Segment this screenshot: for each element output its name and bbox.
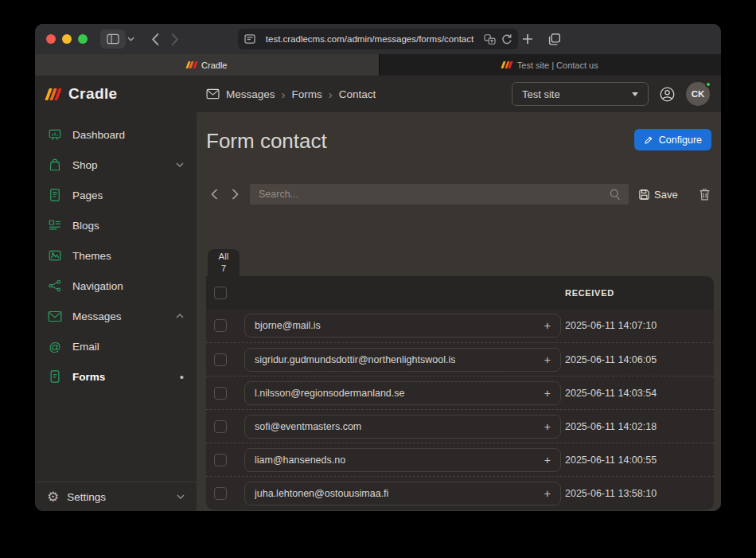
row-checkbox[interactable] [214,387,227,400]
sender-email: sigridur.gudmundsdottir@northenlightswoo… [255,354,455,365]
brand-logo[interactable]: Cradle [35,85,197,103]
table-row[interactable]: sigridur.gudmundsdottir@northenlightswoo… [206,342,714,376]
table-row[interactable]: l.nilsson@regionsodermanland.se + 2025-0… [206,376,714,409]
next-page-icon[interactable] [227,184,243,205]
expand-plus-icon[interactable]: + [544,388,551,399]
zoom-window-button[interactable] [78,34,88,44]
tab-label: Cradle [201,60,227,70]
sidebar-item-messages[interactable]: Messages [35,301,197,331]
translate-icon[interactable] [484,34,496,45]
tab-cradle[interactable]: Cradle [35,54,379,76]
dashboard-icon [48,127,62,142]
page-format-icon[interactable] [244,34,255,44]
message-pill[interactable]: sigridur.gudmundsdottir@northenlightswoo… [244,348,561,372]
configure-button[interactable]: Configure [634,129,711,150]
sidebar-item-themes[interactable]: Themes [35,240,197,271]
message-pill[interactable]: liam@hanseneds.no + [244,448,561,472]
site-selector-dropdown[interactable]: Test site [512,82,649,106]
expand-plus-icon[interactable]: + [544,320,551,331]
sender-email: juha.lehtonen@ostouusimaa.fi [255,488,388,499]
topbar-right: Test site CK [512,82,721,106]
browser-window: test.cradlecms.com/admin/messages/forms/… [35,24,721,511]
sidebar-toggle-icon[interactable] [100,29,126,49]
account-icon[interactable] [659,86,676,103]
expand-plus-icon[interactable]: + [544,354,551,365]
breadcrumb-messages[interactable]: Messages [226,88,275,100]
sidebar-item-navigation[interactable]: Navigation [35,271,197,301]
site-selector-value: Test site [522,88,560,100]
breadcrumb-forms[interactable]: Forms [292,88,322,100]
avatar[interactable]: CK [686,82,710,106]
save-button[interactable]: Save [638,189,678,201]
forward-icon[interactable] [165,29,184,49]
sidebar: Dashboard Shop [35,112,197,511]
sender-email: sofi@eventmasters.com [255,421,361,432]
browser-toolbar: test.cradlecms.com/admin/messages/forms/… [35,24,721,54]
new-tab-icon[interactable] [522,33,533,45]
sidebar-menu-chevron-icon[interactable] [127,37,134,41]
sidebar-item-label: Settings [67,491,106,503]
sidebar-item-settings[interactable]: ⚙ Settings [35,482,197,511]
chevron-down-icon [177,494,185,499]
cradle-logo-icon [47,88,60,100]
message-pill[interactable]: bjorne@mail.is + [244,314,561,338]
table-row[interactable]: liam@hanseneds.no + 2025-06-11 14:00:55 [206,443,714,476]
forms-document-icon [48,369,62,384]
tab-overview-icon[interactable] [548,33,561,46]
breadcrumb-separator: › [329,88,333,100]
row-checkbox[interactable] [214,353,227,366]
url-text: test.cradlecms.com/admin/messages/forms/… [255,34,484,44]
search-input[interactable] [250,184,629,205]
sidebar-item-dashboard[interactable]: Dashboard [35,119,197,150]
trash-icon[interactable] [699,188,711,201]
configure-label: Configure [659,135,702,146]
row-checkbox[interactable] [214,319,227,332]
address-bar[interactable]: test.cradlecms.com/admin/messages/forms/… [238,29,518,49]
reload-icon[interactable] [501,33,512,45]
search-field [250,184,629,205]
save-label: Save [654,189,678,201]
window-controls [46,34,88,44]
sidebar-item-label: Messages [72,310,122,322]
minimize-window-button[interactable] [62,34,72,44]
sender-email: liam@hanseneds.no [255,455,345,466]
message-pill[interactable]: juha.lehtonen@ostouusimaa.fi + [244,482,561,505]
sidebar-item-blogs[interactable]: Blogs [35,210,197,240]
received-timestamp: 2025-06-11 14:06:05 [565,354,657,365]
row-checkbox[interactable] [214,454,227,466]
sidebar-item-email[interactable]: @ Email [35,331,197,361]
sidebar-item-label: Themes [72,250,111,262]
row-checkbox[interactable] [214,487,227,500]
table-row[interactable]: juha.lehtonen@ostouusimaa.fi + 2025-06-1… [206,476,714,509]
pages-icon [48,188,62,202]
themes-image-icon [48,248,62,263]
back-icon[interactable] [146,29,165,49]
select-all-checkbox[interactable] [214,287,227,299]
search-toolbar: Save [206,184,711,205]
sidebar-item-shop[interactable]: Shop [35,150,197,180]
tab-test-site[interactable]: Test site | Contact us [379,54,721,76]
main-content: Form contact Configure [197,112,721,511]
expand-plus-icon[interactable]: + [544,455,551,466]
app-topbar: Cradle Messages › Forms › Contact Test s… [35,76,721,112]
prev-page-icon[interactable] [206,184,222,205]
tab-label: Test site | Contact us [517,60,598,70]
received-timestamp: 2025-06-11 14:00:55 [565,455,657,466]
sidebar-item-label: Navigation [72,280,123,292]
breadcrumb-contact[interactable]: Contact [339,88,376,100]
message-pill[interactable]: sofi@eventmasters.com + [244,415,561,439]
sidebar-item-pages[interactable]: Pages [35,180,197,210]
table-row[interactable]: bjorne@mail.is + 2025-06-11 14:07:10 [206,309,714,342]
message-pill[interactable]: l.nilsson@regionsodermanland.se + [244,381,561,405]
expand-plus-icon[interactable]: + [544,488,551,499]
close-window-button[interactable] [46,34,56,44]
expand-plus-icon[interactable]: + [544,421,551,432]
online-status-dot [705,81,711,88]
received-column-header: RECEIVED [565,288,614,298]
table-row[interactable]: sofi@eventmasters.com + 2025-06-11 14:02… [206,409,714,443]
filter-tab-all[interactable]: All 7 [208,249,240,276]
row-checkbox[interactable] [214,420,227,433]
received-timestamp: 2025-06-11 14:03:54 [565,388,657,399]
app-body: Dashboard Shop [35,112,721,511]
sidebar-item-forms[interactable]: Forms • [35,361,197,392]
